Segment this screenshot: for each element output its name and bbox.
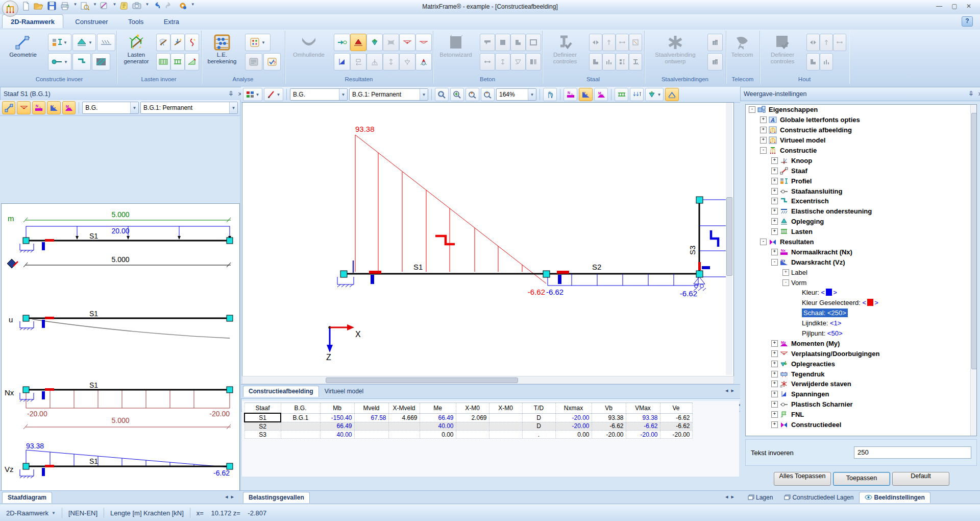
tree-item-vorm[interactable]: -Vorm [746, 277, 976, 288]
table-row-s1[interactable]: S1B.G.1-150.4067.584.66966.492.069D-20.0… [244, 413, 692, 422]
tree-item-knoop[interactable]: +Knoop [746, 155, 976, 165]
tree-scrollbar[interactable] [970, 105, 977, 436]
cell[interactable]: -20.00 [592, 431, 626, 439]
left-panel-pin-icon[interactable] [228, 91, 234, 98]
result-contour-view-button[interactable] [383, 34, 399, 51]
tree-item-schaal[interactable]: Schaal: <250> [746, 308, 976, 318]
staafdiagram-geometry-toggle[interactable] [2, 101, 15, 114]
staafdiagram-displacement-toggle[interactable] [17, 101, 30, 114]
wind-load-button[interactable] [156, 34, 170, 51]
expand-icon[interactable]: + [771, 350, 778, 357]
show-vz-button[interactable]: Vz [579, 88, 593, 101]
script-icon[interactable] [118, 2, 130, 12]
tree-item-fnl[interactable]: +FNL [746, 410, 976, 420]
hout-tool-3-button[interactable] [833, 34, 846, 51]
column-header-staaf[interactable]: Staaf [244, 403, 281, 414]
construction-canvas[interactable]: 93.38 S1 S2 S3 [242, 102, 734, 376]
close-button[interactable]: ✕ [962, 2, 976, 12]
settings-tree[interactable]: -Eigenschappen+AGlobale letterfonts opti… [745, 104, 977, 436]
beton-tool-8-button[interactable] [526, 53, 541, 70]
zoom-window-button[interactable] [435, 88, 449, 101]
cell[interactable] [489, 431, 522, 439]
result-displacement-view-button[interactable] [366, 34, 383, 51]
telecom-button[interactable]: Telecom [727, 33, 757, 75]
cell[interactable]: 66.49 [420, 413, 456, 422]
status-norm[interactable]: [NEN-EN] [68, 509, 97, 517]
color-swatch[interactable] [867, 299, 873, 306]
cell[interactable]: -20.00 [555, 422, 592, 431]
staal-tool-8-button[interactable] [629, 53, 642, 70]
berekening-report-button[interactable] [245, 53, 262, 70]
expand-icon[interactable]: + [771, 371, 778, 377]
triangle-load-button[interactable] [185, 53, 199, 70]
expand-icon[interactable]: + [771, 381, 778, 387]
expand-icon[interactable]: + [760, 116, 767, 123]
tree-item-plastisch-scharnier[interactable]: +Plastisch Scharnier [746, 399, 976, 410]
tree-item-virtueel-model[interactable]: +Virtueel model [746, 135, 976, 146]
tree-item-pijlpunt[interactable]: Pijlpunt: <50> [746, 328, 976, 339]
combo-arrow-icon[interactable]: ▼ [229, 102, 237, 113]
column-header-nxmax[interactable]: Nxmax [555, 403, 592, 414]
tree-item-lijndikte[interactable]: Lijndikte: <1> [746, 318, 976, 328]
staal-tool-5-button[interactable] [589, 53, 602, 70]
result-curve1-view-button[interactable] [399, 34, 415, 51]
report-dropdown-icon[interactable]: ▼ [113, 2, 117, 7]
scale-settings-button[interactable]: ▼ [645, 88, 664, 101]
collapse-icon[interactable]: - [782, 279, 789, 286]
hatch-tool-button[interactable] [92, 53, 110, 70]
result-reactions-view-button[interactable] [350, 34, 366, 51]
view-tab-scroll-arrows[interactable]: ◂▸ [721, 385, 741, 396]
staafdiagram-vz-toggle[interactable]: Vz [47, 101, 60, 114]
expand-icon[interactable]: + [760, 127, 767, 133]
result-stress-view-button[interactable] [334, 53, 350, 70]
tab-staafdiagram[interactable]: Staafdiagram [2, 492, 52, 503]
geometrie-button[interactable]: Geometrie [6, 33, 40, 75]
staalverbinding-ontwerp-button[interactable]: Staalverbinding ontwerp [646, 33, 704, 75]
le-berekening-button[interactable]: L.E. berekening [205, 33, 239, 75]
zoom-in-button[interactable] [465, 88, 479, 101]
tree-item-excentrisch[interactable]: +Excentrisch [746, 196, 976, 206]
qat-overflow-icon[interactable]: ▼ [191, 2, 195, 7]
left-tab-scroll-arrows[interactable]: ◂▸ [221, 491, 241, 503]
tree-scroll-thumb[interactable] [971, 113, 977, 369]
beam-load-button[interactable] [170, 53, 185, 70]
bottom-tab-scroll-arrows[interactable]: ◂▸ [721, 491, 741, 503]
zoom-level-combobox[interactable]: 164%▼ [496, 88, 536, 101]
beton-tool-5-button[interactable] [480, 53, 495, 70]
collapse-icon[interactable]: - [760, 239, 767, 245]
collapse-icon[interactable]: - [760, 147, 767, 154]
tree-item-eigenschappen[interactable]: -Eigenschappen [746, 105, 976, 115]
expand-icon[interactable]: + [782, 269, 789, 276]
left-bg-combobox[interactable]: B.G.▼ [82, 102, 139, 114]
betonwizard-button[interactable]: Betonwizard [436, 33, 476, 75]
staal-definieer-controles-button[interactable]: Definieer controles [545, 33, 585, 75]
omhullende-button[interactable]: Omhullende [289, 33, 329, 75]
right-panel-pin-icon[interactable] [968, 91, 974, 98]
report-icon[interactable] [99, 2, 110, 12]
tab-lagen[interactable]: Lagen [742, 492, 778, 504]
envelope-toggle-button[interactable] [665, 88, 679, 101]
tree-item-globale-letterfonts-opties[interactable]: +AGlobale letterfonts opties [746, 115, 976, 125]
cell[interactable]: -6.62 [592, 422, 626, 431]
tree-item-oplegreacties[interactable]: +Oplegreacties [746, 359, 976, 369]
verbinding-tool-2-button[interactable] [707, 53, 723, 70]
column-header-mveld[interactable]: Mveld [354, 403, 388, 414]
berekening-options-button[interactable]: ▼ [245, 34, 271, 51]
tree-item-momenten-my[interactable]: +MyMomenten (My) [746, 338, 976, 348]
result-nx-view-button[interactable] [334, 34, 350, 51]
status-mode[interactable]: 2D-Raamwerk [6, 509, 48, 517]
pan-button[interactable] [543, 88, 557, 101]
result-stress2-view-button[interactable] [350, 53, 366, 70]
snapshot-icon[interactable] [131, 2, 142, 12]
cell[interactable]: D [522, 413, 555, 422]
column-header-mb[interactable]: Mb [320, 403, 354, 414]
help-button[interactable]: ? [962, 16, 973, 27]
expand-icon[interactable]: + [771, 401, 778, 408]
display-palette-button[interactable]: ▼ [243, 88, 262, 101]
main-bg-combobox[interactable]: B.G.▼ [290, 88, 348, 101]
tree-item-constructie[interactable]: -Constructie [746, 146, 976, 156]
expand-icon[interactable]: + [760, 137, 767, 144]
tab-belastingsgevallen[interactable]: Belastingsgevallen [243, 492, 310, 503]
column-header-vb[interactable]: Vb [592, 403, 626, 414]
cell[interactable] [489, 413, 522, 422]
